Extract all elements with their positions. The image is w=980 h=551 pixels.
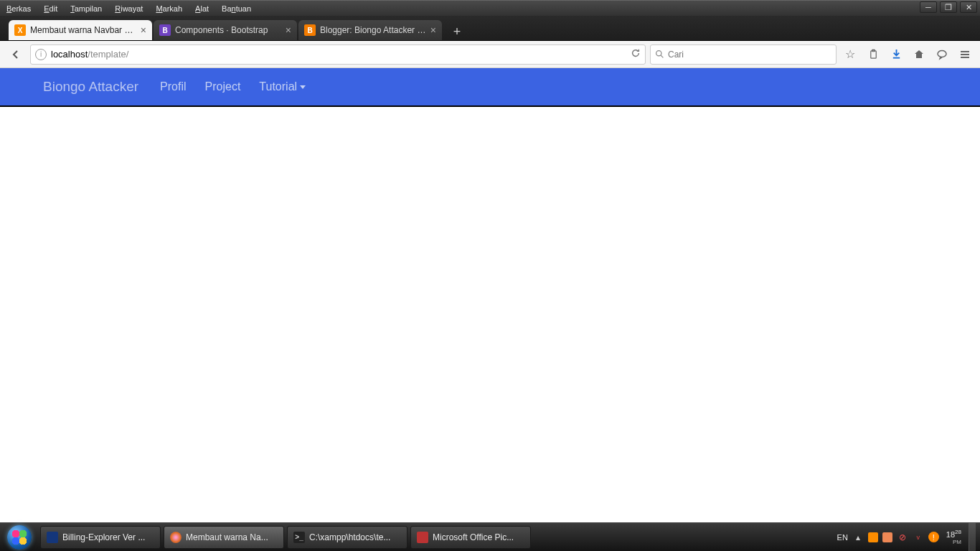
nav-link-project[interactable]: Project bbox=[205, 80, 241, 93]
console-icon: >_ bbox=[293, 532, 305, 543]
tab-label: Components · Bootstrap bbox=[175, 25, 281, 35]
new-tab-button[interactable]: + bbox=[448, 23, 466, 40]
windows-taskbar: Billing-Explorer Ver ... Membaut warna N… bbox=[0, 522, 980, 551]
menu-bantuan[interactable]: Bantuan bbox=[215, 4, 258, 13]
downloads-icon[interactable] bbox=[887, 45, 905, 64]
chat-icon[interactable] bbox=[933, 45, 951, 64]
taskbar-button-cmd[interactable]: >_ C:\xampp\htdocs\te... bbox=[287, 526, 407, 549]
home-icon[interactable] bbox=[910, 45, 928, 64]
menu-riwayat[interactable]: Riwayat bbox=[108, 4, 149, 13]
svg-line-1 bbox=[661, 55, 663, 57]
taskbar-label: C:\xampp\htdocs\te... bbox=[309, 532, 390, 542]
tray-app-icon[interactable] bbox=[882, 532, 892, 542]
bootstrap-navbar: Biongo Attacker Profil Project Tutorial bbox=[0, 68, 980, 107]
nav-link-profil[interactable]: Profil bbox=[160, 80, 186, 93]
system-tray: EN ▴ ⊘ v ! 1828 PM bbox=[837, 523, 980, 551]
taskbar-button-billing[interactable]: Billing-Explorer Ver ... bbox=[40, 526, 161, 549]
windows-orb-icon bbox=[7, 525, 32, 550]
close-tab-icon[interactable]: × bbox=[430, 24, 436, 36]
nav-toolbar: i localhost/template/ ☆ bbox=[0, 41, 980, 68]
clock-ampm: PM bbox=[946, 538, 961, 546]
show-desktop-button[interactable] bbox=[969, 523, 976, 552]
browser-tab-1[interactable]: B Components · Bootstrap × bbox=[154, 20, 297, 40]
tray-chevron-icon[interactable]: ▴ bbox=[852, 532, 864, 543]
reload-button[interactable] bbox=[631, 48, 641, 60]
blogger-icon: B bbox=[304, 24, 316, 36]
clock-hour: 18 bbox=[946, 529, 955, 538]
clipboard-icon[interactable] bbox=[864, 45, 882, 64]
nav-link-tutorial[interactable]: Tutorial bbox=[259, 80, 306, 93]
nav-link-label: Tutorial bbox=[259, 80, 297, 93]
browser-tab-0[interactable]: X Membaut warna Navbar me... × bbox=[9, 20, 152, 40]
menu-tampilan[interactable]: Tampilan bbox=[64, 4, 108, 13]
clock-min: 28 bbox=[955, 529, 961, 535]
back-button[interactable] bbox=[6, 44, 26, 65]
close-tab-icon[interactable]: × bbox=[286, 24, 291, 36]
menu-edit[interactable]: Edit bbox=[37, 4, 64, 13]
svg-point-5 bbox=[938, 50, 946, 57]
bookmark-star-icon[interactable]: ☆ bbox=[841, 45, 859, 64]
caret-down-icon bbox=[300, 85, 306, 89]
menu-alat[interactable]: Alat bbox=[189, 4, 215, 13]
svg-rect-4 bbox=[892, 57, 899, 59]
tray-alert-icon[interactable]: ! bbox=[928, 532, 939, 542]
tray-shield-icon[interactable]: v bbox=[913, 532, 924, 543]
menu-berkas[interactable]: Berkas bbox=[0, 4, 37, 13]
address-bar[interactable]: i localhost/template/ bbox=[30, 44, 646, 65]
browser-tab-2[interactable]: B Blogger: Biongo Attacker - ... × bbox=[298, 20, 442, 40]
tab-label: Membaut warna Navbar me... bbox=[30, 25, 136, 35]
navbar-brand[interactable]: Biongo Attacker bbox=[43, 79, 138, 95]
taskbar-clock[interactable]: 1828 PM bbox=[943, 528, 964, 547]
page-viewport: Biongo Attacker Profil Project Tutorial bbox=[0, 68, 980, 522]
taskbar-button-mspicture[interactable]: Microsoft Office Pic... bbox=[410, 526, 531, 549]
tab-strip: X Membaut warna Navbar me... × B Compone… bbox=[0, 16, 980, 41]
url-path: /template/ bbox=[88, 49, 128, 60]
start-button[interactable] bbox=[0, 523, 39, 552]
url-host: localhost bbox=[51, 49, 88, 60]
site-info-icon[interactable]: i bbox=[35, 49, 47, 60]
taskbar-label: Billing-Explorer Ver ... bbox=[62, 532, 145, 542]
search-input[interactable] bbox=[668, 50, 831, 60]
window-minimize-button[interactable]: ─ bbox=[920, 1, 937, 13]
menu-markah[interactable]: Markah bbox=[149, 4, 189, 13]
firefox-menubar: Berkas Edit Tampilan Riwayat Markah Alat… bbox=[0, 0, 980, 16]
search-icon bbox=[655, 50, 664, 59]
close-tab-icon[interactable]: × bbox=[141, 24, 146, 36]
language-indicator[interactable]: EN bbox=[837, 533, 848, 542]
mspicture-icon bbox=[417, 532, 428, 543]
firefox-icon bbox=[170, 532, 182, 543]
taskbar-button-firefox[interactable]: Membaut warna Na... bbox=[164, 526, 284, 549]
tray-blocked-icon[interactable]: ⊘ bbox=[897, 532, 908, 543]
svg-point-0 bbox=[656, 51, 661, 56]
search-box[interactable] bbox=[650, 44, 837, 65]
window-close-button[interactable]: ✕ bbox=[960, 1, 977, 13]
bootstrap-icon: B bbox=[159, 24, 171, 36]
taskbar-label: Microsoft Office Pic... bbox=[433, 532, 514, 542]
tray-xampp-icon[interactable] bbox=[868, 532, 878, 542]
xampp-icon: X bbox=[14, 24, 26, 36]
tab-label: Blogger: Biongo Attacker - ... bbox=[320, 25, 426, 35]
window-restore-button[interactable]: ❐ bbox=[940, 1, 957, 13]
taskbar-label: Membaut warna Na... bbox=[186, 532, 268, 542]
app-icon bbox=[47, 532, 58, 543]
hamburger-menu-icon[interactable] bbox=[956, 45, 974, 64]
